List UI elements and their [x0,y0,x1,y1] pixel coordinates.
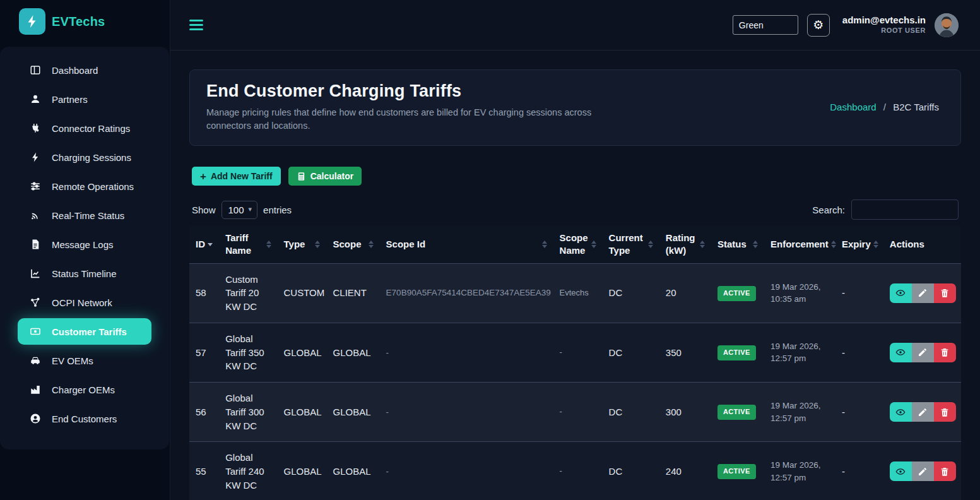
delete-button[interactable] [934,461,956,481]
column-label: Enforcement [770,238,829,251]
sort-icon [369,241,374,248]
sidebar-item-label: End Customers [52,414,117,424]
sliders-icon [29,180,42,193]
cell-scope-name: - [553,383,603,442]
delete-button[interactable] [934,402,956,422]
tariffs-table: IDTariff NameTypeScopeScope IdScope Name… [189,226,961,500]
entries-label: entries [263,205,292,215]
sidebar-item-label: Remote Operations [52,181,134,192]
topbar-right: ⚙ admin@evtechs.in ROOT USER [733,13,959,37]
sidebar-item-remote-operations[interactable]: Remote Operations [0,172,169,201]
view-button[interactable] [890,343,912,362]
edit-button[interactable] [912,283,934,303]
column-header-tariff-name[interactable]: Tariff Name [219,226,277,263]
sidebar-item-partners[interactable]: Partners [0,85,169,114]
sidebar-item-customer-tariffs[interactable]: Customer Tariffs [18,318,151,345]
cell-scope-id: E70B90A5FA75414CBED4E7347AE5EA39 [380,263,553,323]
sidebar-item-dashboard[interactable]: Dashboard [0,56,169,85]
column-header-enforcement[interactable]: Enforcement [764,226,835,263]
sidebar-item-status-timeline[interactable]: Status Timeline [0,259,169,288]
breadcrumb-separator: / [883,102,886,112]
settings-button[interactable]: ⚙ [807,14,830,37]
sidebar-item-label: Charger OEMs [52,384,115,395]
eye-icon [895,407,906,417]
column-header-type[interactable]: Type [278,226,327,263]
brand-logo[interactable]: EVTechs [0,0,170,43]
main-area: ⚙ admin@evtechs.in ROOT USER [170,0,980,500]
sidebar-item-label: Real-Time Status [52,210,124,221]
chart-icon [29,267,42,280]
column-header-expiry[interactable]: Expiry [835,226,883,263]
column-header-status[interactable]: Status [711,226,764,263]
add-new-tariff-button[interactable]: + Add New Tariff [192,167,281,186]
action-button-group [890,283,956,303]
view-button[interactable] [890,402,912,422]
user-info: admin@evtechs.in ROOT USER [842,15,926,35]
sort-icon [648,241,653,248]
cell-type: GLOBAL [278,442,327,500]
sidebar-item-label: Charging Sessions [52,152,131,163]
cell-expiry: - [835,323,883,382]
sort-icon [831,241,836,248]
money-icon [29,325,42,338]
pencil-icon [918,347,928,357]
show-label: Show [192,205,216,215]
cell-rating: 20 [659,263,711,323]
menu-toggle-icon[interactable] [189,17,206,33]
sidebar-item-charger-oems[interactable]: Charger OEMs [0,375,169,404]
table-row: 55Global Tariff 240 KW DCGLOBALGLOBAL--D… [189,442,961,500]
sidebar-item-label: Customer Tariffs [52,326,127,337]
content: End Customer Charging Tariffs Manage pri… [170,51,980,500]
sidebar: EVTechs DashboardPartnersConnector Ratin… [0,0,170,500]
status-badge: ACTIVE [717,286,756,301]
view-button[interactable] [890,283,912,303]
environment-input[interactable] [733,15,798,35]
edit-button[interactable] [912,461,934,481]
sort-icon [591,241,596,248]
column-label: Scope Id [386,238,426,251]
column-label: Current Type [609,232,646,258]
entries-select[interactable]: 100 ▾ [221,201,258,219]
sort-icon [266,241,271,248]
view-button[interactable] [890,461,912,481]
search-input[interactable] [851,199,959,220]
sidebar-item-real-time-status[interactable]: Real-Time Status [0,201,169,230]
trash-icon [940,288,950,298]
gear-icon: ⚙ [813,18,824,32]
column-header-scope-id[interactable]: Scope Id [380,226,553,263]
cell-id: 57 [189,323,219,382]
edit-button[interactable] [912,343,934,362]
plug-icon [29,122,42,134]
user-avatar[interactable] [935,13,959,37]
column-header-id[interactable]: ID [189,226,219,263]
cell-enforcement: 19 Mar 2026, 10:35 am [764,263,835,323]
cell-actions [883,383,961,442]
calculator-button[interactable]: Calculator [288,167,362,186]
cell-scope-id: - [380,442,553,500]
delete-button[interactable] [934,283,956,303]
column-header-scope[interactable]: Scope [326,226,379,263]
topbar: ⚙ admin@evtechs.in ROOT USER [170,0,980,51]
action-button-group [890,461,956,481]
trash-icon [940,347,950,357]
sidebar-item-message-logs[interactable]: Message Logs [0,230,169,259]
breadcrumb-current: B2C Tariffs [893,102,939,112]
sidebar-item-connector-ratings[interactable]: Connector Ratings [0,114,169,143]
sidebar-item-label: Partners [52,94,88,105]
bolt-icon [29,151,42,164]
eye-icon [895,467,906,477]
search-group: Search: [812,199,959,220]
column-header-rating-kw-[interactable]: Rating (kW) [659,226,711,263]
sidebar-item-end-customers[interactable]: End Customers [0,404,169,433]
app-root: EVTechs DashboardPartnersConnector Ratin… [0,0,980,500]
breadcrumb-dashboard-link[interactable]: Dashboard [830,102,876,112]
sidebar-item-charging-sessions[interactable]: Charging Sessions [0,143,169,172]
cell-expiry: - [835,442,883,500]
delete-button[interactable] [934,343,956,362]
edit-button[interactable] [912,402,934,422]
cell-enforcement: 19 Mar 2026, 12:57 pm [764,323,835,382]
column-header-scope-name[interactable]: Scope Name [553,226,603,263]
sidebar-item-ev-oems[interactable]: EV OEMs [0,346,169,375]
column-header-current-type[interactable]: Current Type [603,226,659,263]
sidebar-item-ocpi-network[interactable]: OCPI Network [0,288,169,317]
